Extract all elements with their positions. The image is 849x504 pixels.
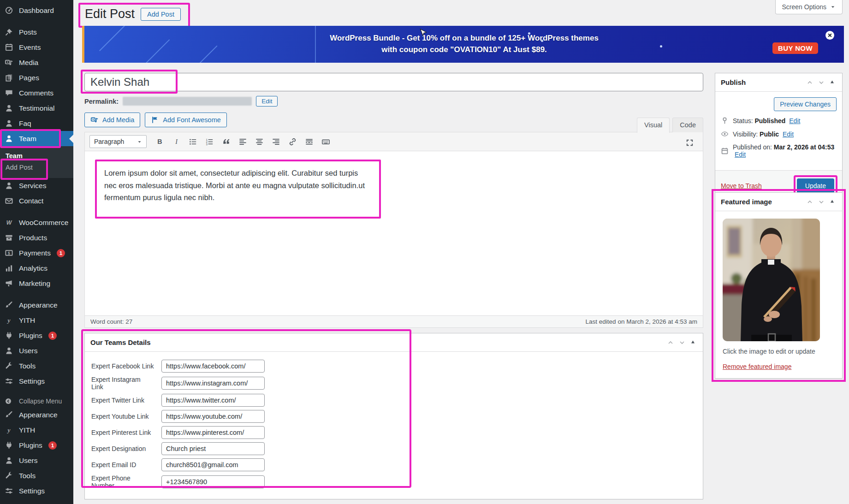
permalink-edit-button[interactable]: Edit (256, 96, 278, 107)
sidebar-item-posts[interactable]: Posts (0, 24, 73, 40)
keyboard-icon[interactable] (318, 135, 333, 148)
field-input-expert-email-id[interactable] (161, 458, 265, 471)
numbered-list-icon[interactable]: 123 (202, 135, 217, 148)
sidebar-item-appearance[interactable]: Appearance (0, 407, 73, 422)
sidebar-item-products[interactable]: Products (0, 230, 73, 245)
sidebar-item-team[interactable]: Team (0, 131, 73, 146)
sidebar-item-label: Events (19, 43, 41, 52)
preview-changes-button[interactable]: Preview Changes (774, 97, 837, 111)
add-post-button[interactable]: Add Post (141, 8, 181, 21)
edit-status-link[interactable]: Edit (789, 117, 800, 125)
add-font-awesome-button[interactable]: Add Font Awesome (145, 113, 226, 127)
sidebar-item-pages[interactable]: Pages (0, 70, 73, 85)
field-input-expert-youtube-link[interactable] (161, 410, 265, 423)
sidebar-item-testimonial[interactable]: Testimonial (0, 101, 73, 116)
teams-fields: Expert Facebook LinkExpert Instagram Lin… (85, 352, 703, 499)
sidebar-item-tools[interactable]: Tools (0, 468, 73, 483)
editor-content-area[interactable]: Lorem ipsum dolor sit amet, consectetur … (85, 151, 703, 315)
field-label: Expert Instagram Link (91, 376, 154, 391)
link-icon[interactable] (285, 135, 300, 148)
move-up-icon[interactable] (667, 339, 674, 346)
sidebar-item-faq[interactable]: Faq (0, 116, 73, 131)
paragraph-select[interactable]: Paragraph (89, 135, 147, 148)
toggle-panel-icon[interactable] (690, 339, 697, 346)
move-down-icon[interactable] (818, 198, 825, 206)
post-title-input[interactable] (84, 73, 703, 91)
sidebar-item-comments[interactable]: Comments (0, 85, 73, 101)
postbox-handles (667, 339, 697, 346)
sidebar-item-services[interactable]: Services (0, 178, 73, 193)
visibility-label: Visibility: (733, 130, 758, 138)
update-button[interactable]: Update (797, 178, 834, 193)
field-row: Expert Pinterest Link (91, 426, 703, 439)
fullscreen-icon[interactable] (682, 136, 697, 149)
sidebar-subitem-add-post[interactable]: Add Post (0, 161, 73, 174)
sidebar-item-dashboard[interactable]: Dashboard (0, 3, 73, 18)
sidebar-item-marketing[interactable]: Marketing (0, 276, 73, 291)
add-media-button[interactable]: Add Media (84, 113, 140, 127)
align-left-icon[interactable] (235, 135, 250, 148)
screen-options-button[interactable]: Screen Options (775, 0, 843, 14)
svg-text:y: y (7, 427, 11, 433)
more-icon[interactable] (302, 135, 317, 148)
brush-icon (5, 301, 14, 309)
move-up-icon[interactable] (806, 198, 813, 206)
field-input-expert-designation[interactable] (161, 442, 265, 455)
sidebar-item-analytics[interactable]: Analytics (0, 261, 73, 276)
tab-code[interactable]: Code (672, 118, 703, 132)
move-up-icon[interactable] (806, 79, 813, 86)
svg-text:3: 3 (206, 142, 208, 146)
teams-details-header: Our Teams Details (85, 333, 703, 352)
sidebar-item-yith[interactable]: yYITH (0, 313, 73, 328)
edit-visibility-link[interactable]: Edit (783, 130, 794, 138)
envelope-icon (5, 196, 14, 205)
postbox-handles (806, 79, 837, 86)
sidebar-item-media[interactable]: Media (0, 55, 73, 70)
field-input-expert-twitter-link[interactable] (161, 394, 265, 407)
field-input-expert-pinterest-link[interactable] (161, 426, 265, 439)
dashboard-icon (5, 6, 14, 15)
sidebar-item-users[interactable]: Users (0, 343, 73, 358)
field-label: Expert Designation (91, 445, 154, 452)
paragraph-label: Paragraph (94, 138, 124, 145)
sidebar-item-events[interactable]: Events (0, 40, 73, 55)
title-row (84, 73, 703, 91)
tab-visual[interactable]: Visual (637, 118, 670, 133)
sidebar-item-contact[interactable]: Contact (0, 193, 73, 208)
close-icon[interactable] (825, 30, 835, 40)
bold-icon[interactable]: B (152, 135, 167, 148)
svg-text:B: B (157, 138, 162, 145)
align-center-icon[interactable] (252, 135, 267, 148)
calendar-icon (5, 43, 14, 52)
move-down-icon[interactable] (818, 79, 825, 86)
sidebar-item-plugins[interactable]: Plugins1 (0, 438, 73, 453)
bullet-list-icon[interactable] (185, 135, 201, 148)
align-right-icon[interactable] (268, 135, 284, 148)
featured-image-panel: Featured image (715, 192, 843, 379)
sidebar-item-tools[interactable]: Tools (0, 358, 73, 374)
sidebar-item-payments[interactable]: $Payments1 (0, 245, 73, 261)
toggle-panel-icon[interactable] (829, 198, 837, 206)
field-input-expert-phone-number[interactable] (161, 475, 265, 488)
toggle-panel-icon[interactable] (829, 79, 837, 86)
field-input-expert-instagram-link[interactable] (161, 377, 265, 390)
featured-image[interactable] (723, 219, 820, 341)
sidebar-item-collapse-menu[interactable]: Collapse Menu (0, 395, 73, 407)
move-down-icon[interactable] (678, 339, 686, 346)
field-input-expert-facebook-link[interactable] (161, 360, 265, 373)
move-to-trash-link[interactable]: Move to Trash (721, 182, 762, 190)
sidebar-item-woocommerce[interactable]: WWooCommerce (0, 215, 73, 230)
italic-icon[interactable]: I (169, 135, 184, 148)
quote-icon[interactable] (219, 135, 234, 148)
remove-featured-image-link[interactable]: Remove featured image (723, 363, 791, 370)
sidebar-item-appearance[interactable]: Appearance (0, 297, 73, 313)
menu-gap (0, 208, 73, 215)
sidebar-item-yith[interactable]: yYITH (0, 422, 73, 438)
status-value: Published (754, 117, 785, 125)
sidebar-item-settings[interactable]: Settings (0, 374, 73, 389)
sidebar-item-plugins[interactable]: Plugins1 (0, 328, 73, 343)
sidebar-item-settings[interactable]: Settings (0, 483, 73, 498)
edit-published-link[interactable]: Edit (735, 151, 746, 158)
buy-now-button[interactable]: BUY NOW (772, 42, 818, 54)
sidebar-item-users[interactable]: Users (0, 453, 73, 468)
